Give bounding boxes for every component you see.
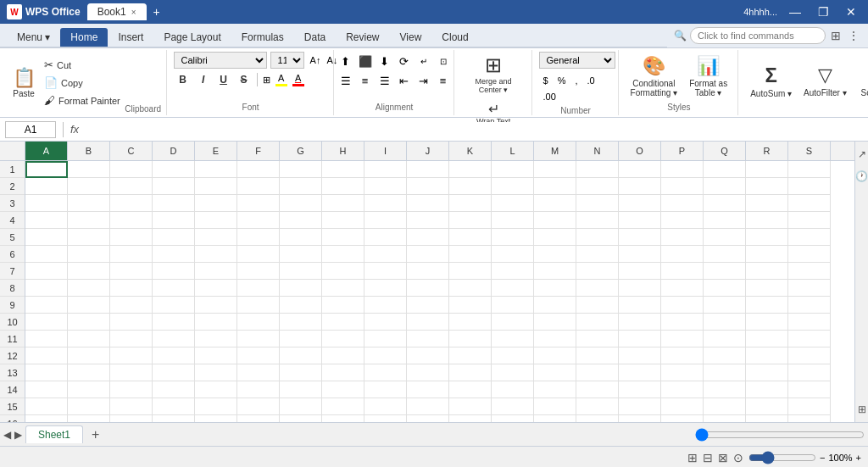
font-size-selector[interactable]: 11 — [270, 52, 304, 69]
cell-E4[interactable] — [195, 212, 237, 229]
cell-I5[interactable] — [364, 229, 407, 246]
cell-D13[interactable] — [153, 364, 195, 381]
cell-G16[interactable] — [280, 415, 322, 422]
cell-Q8[interactable] — [704, 280, 746, 297]
cell-A16[interactable] — [25, 415, 68, 422]
cell-A3[interactable] — [25, 195, 68, 212]
number-format-selector[interactable]: General Number Currency Percentage — [539, 52, 615, 69]
cell-F5[interactable] — [237, 229, 280, 246]
cell-P7[interactable] — [661, 263, 704, 280]
merge-and-center-button[interactable]: ⊞ Merge andCenter ▾ — [470, 52, 517, 96]
format-as-table-button[interactable]: 📊 Format asTable ▾ — [684, 52, 732, 101]
cell-A2[interactable] — [25, 178, 68, 195]
cell-R2[interactable] — [746, 178, 788, 195]
cell-N6[interactable] — [576, 246, 619, 263]
align-middle-button[interactable]: ⬛ — [356, 52, 375, 70]
cell-N5[interactable] — [576, 229, 619, 246]
cell-Q13[interactable] — [704, 364, 746, 381]
cell-K16[interactable] — [449, 415, 492, 422]
increase-font-size-button[interactable]: A↑ — [308, 54, 324, 66]
cell-D3[interactable] — [153, 195, 195, 212]
cell-D16[interactable] — [153, 415, 195, 422]
cell-R13[interactable] — [746, 364, 788, 381]
cell-M4[interactable] — [534, 212, 576, 229]
cell-B9[interactable] — [68, 297, 110, 314]
cell-A12[interactable] — [25, 347, 68, 364]
cell-E6[interactable] — [195, 246, 237, 263]
cell-E12[interactable] — [195, 347, 237, 364]
cell-H6[interactable] — [322, 246, 364, 263]
page-break-view-icon[interactable]: ⊟ — [703, 451, 713, 464]
page-layout-view-icon[interactable]: ⊠ — [718, 451, 728, 464]
cell-S5[interactable] — [788, 229, 831, 246]
cell-P4[interactable] — [661, 212, 704, 229]
cell-L11[interactable] — [492, 331, 534, 347]
cell-O6[interactable] — [619, 246, 661, 263]
cell-C6[interactable] — [110, 246, 153, 263]
cell-Q10[interactable] — [704, 314, 746, 331]
cell-A13[interactable] — [25, 364, 68, 381]
cell-R6[interactable] — [746, 246, 788, 263]
italic-button[interactable]: I — [194, 72, 213, 87]
strikethrough-button[interactable]: S — [235, 72, 253, 87]
col-header-H[interactable]: H — [322, 142, 364, 160]
document-tab[interactable]: Book1 × — [87, 3, 147, 20]
cell-D5[interactable] — [153, 229, 195, 246]
cell-O11[interactable] — [619, 331, 661, 347]
cell-A9[interactable] — [25, 297, 68, 314]
cell-N16[interactable] — [576, 415, 619, 422]
cell-L4[interactable] — [492, 212, 534, 229]
cell-F12[interactable] — [237, 347, 280, 364]
cell-B15[interactable] — [68, 398, 110, 415]
cell-D2[interactable] — [153, 178, 195, 195]
row-num-13[interactable]: 13 — [0, 364, 25, 381]
cell-P2[interactable] — [661, 178, 704, 195]
cell-E13[interactable] — [195, 364, 237, 381]
cell-R12[interactable] — [746, 347, 788, 364]
cell-Q11[interactable] — [704, 331, 746, 347]
underline-button[interactable]: U — [214, 72, 233, 87]
cell-G4[interactable] — [280, 212, 322, 229]
row-num-14[interactable]: 14 — [0, 381, 25, 398]
cell-R9[interactable] — [746, 297, 788, 314]
cell-S13[interactable] — [788, 364, 831, 381]
new-tab-button[interactable]: + — [147, 3, 167, 20]
row-num-12[interactable]: 12 — [0, 347, 25, 364]
cell-R10[interactable] — [746, 314, 788, 331]
cell-G14[interactable] — [280, 381, 322, 398]
cell-S16[interactable] — [788, 415, 831, 422]
cell-E3[interactable] — [195, 195, 237, 212]
conditional-formatting-button[interactable]: 🎨 ConditionalFormatting ▾ — [626, 52, 683, 101]
cell-A5[interactable] — [25, 229, 68, 246]
cell-H14[interactable] — [322, 381, 364, 398]
cell-P11[interactable] — [661, 331, 704, 347]
row-num-5[interactable]: 5 — [0, 229, 25, 246]
cell-O5[interactable] — [619, 229, 661, 246]
cell-M3[interactable] — [534, 195, 576, 212]
cell-L15[interactable] — [492, 398, 534, 415]
cell-H5[interactable] — [322, 229, 364, 246]
cell-I4[interactable] — [364, 212, 407, 229]
cell-D8[interactable] — [153, 280, 195, 297]
cell-Q9[interactable] — [704, 297, 746, 314]
apps-icon[interactable]: ⊞ — [856, 400, 868, 419]
align-center-button[interactable]: ≡ — [356, 71, 375, 90]
cell-C8[interactable] — [110, 280, 153, 297]
sheet-scroll-right-icon[interactable]: ▶ — [14, 429, 22, 441]
cell-H1[interactable] — [322, 161, 364, 178]
cell-N7[interactable] — [576, 263, 619, 280]
cell-P6[interactable] — [661, 246, 704, 263]
cell-E1[interactable] — [195, 161, 237, 178]
cell-Q16[interactable] — [704, 415, 746, 422]
cell-O12[interactable] — [619, 347, 661, 364]
cell-N9[interactable] — [576, 297, 619, 314]
cell-R16[interactable] — [746, 415, 788, 422]
cell-K13[interactable] — [449, 364, 492, 381]
cell-R8[interactable] — [746, 280, 788, 297]
cell-R7[interactable] — [746, 263, 788, 280]
wps-logo[interactable]: W WPS Office — [7, 4, 81, 19]
cell-B10[interactable] — [68, 314, 110, 331]
cell-D9[interactable] — [153, 297, 195, 314]
tab-view[interactable]: View — [390, 28, 432, 47]
col-header-S[interactable]: S — [788, 142, 831, 160]
